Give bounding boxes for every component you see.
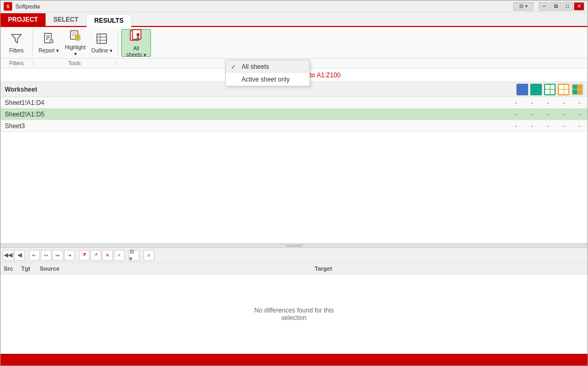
all-sheets-option: All sheets (242, 63, 269, 70)
nav-prev-btn[interactable]: ◀ (14, 250, 25, 261)
all-sheets-button[interactable]: Allsheets ▾ (121, 29, 151, 57)
row-sheet1-val1: - (508, 99, 524, 106)
filters-button[interactable]: Filters (4, 29, 29, 57)
row-sheet2-val2: - (524, 111, 540, 118)
settings-btn[interactable]: ⚙ ▾ (129, 250, 139, 261)
svg-text:▾: ▾ (50, 40, 52, 43)
row-sheet2-val1: - (508, 111, 524, 118)
target-column-header: Target (313, 265, 587, 272)
svg-rect-21 (137, 33, 139, 36)
column-icons (516, 84, 587, 95)
restore-btn[interactable]: ⧉ (550, 2, 561, 11)
filter-btn-2[interactable]: ⧩ (91, 250, 101, 261)
filter-btn-1[interactable]: ⧩ (79, 250, 90, 261)
jump-btn-1[interactable]: ⇤ (29, 250, 40, 261)
svg-rect-22 (137, 37, 139, 39)
dropdown-all-sheets[interactable]: ✓ All sheets (226, 60, 309, 73)
svg-marker-0 (12, 34, 21, 43)
row-sheet3-val1: - (508, 122, 524, 130)
row-sheet3-val2: - (524, 122, 540, 130)
row-sheet3-val3: - (540, 122, 556, 130)
view-filter-btn[interactable]: ≡ (144, 250, 154, 261)
svg-rect-15 (97, 34, 106, 43)
close-btn[interactable]: ✕ (574, 2, 584, 11)
row-sheet1-val3: - (540, 99, 556, 106)
tab-results[interactable]: RESULTS (86, 14, 131, 27)
no-differences-text: No differences found for thisselection (254, 307, 334, 322)
row-sheet3-val4: - (556, 122, 572, 130)
titlebar: S Softpedia ⊞ ▾ ─ ⧉ □ ✕ (1, 1, 587, 12)
dropdown-active-sheet-only[interactable]: Active sheet only (226, 73, 309, 86)
maximize-btn[interactable]: □ (562, 2, 573, 11)
content-area: Ranges are restricted to A1:Z100 Workshe… (1, 68, 587, 354)
grid-view-btn[interactable]: ⊞ ▾ (513, 2, 533, 11)
src-column-header: Src (1, 265, 19, 272)
sheets-dropdown-menu: ✓ All sheets Active sheet only (225, 60, 310, 86)
tab-select[interactable]: SELECT (46, 13, 86, 26)
row-sheet1-val4: - (556, 99, 572, 106)
tab-project[interactable]: PROJECT (1, 13, 46, 26)
row-sheet2-val3: - (540, 111, 556, 118)
titlebar-left: S Softpedia (4, 2, 40, 11)
table-row[interactable]: Sheet2!A1:D5 - - - - - (1, 109, 587, 120)
table-row[interactable]: Sheet3 - - - - - (1, 120, 587, 132)
row-sheet2-name: Sheet2!A1:D5 (1, 111, 508, 118)
row-sheet3-val5: - (572, 122, 587, 130)
table-row[interactable]: Sheet1!A1:D4 - - - - - (1, 97, 587, 109)
highlight-button[interactable]: Highlight ▾ (63, 29, 88, 57)
col-icon-teal[interactable] (530, 84, 542, 95)
outline-button[interactable]: Outline ▾ (89, 29, 114, 57)
check-icon: ✓ (231, 64, 237, 70)
tgt-column-header: Tgt (19, 265, 38, 272)
filters-section-label: Filters (4, 60, 33, 66)
col-icon-dual-grid[interactable] (572, 84, 583, 95)
all-sheets-label: Allsheets ▾ (126, 46, 146, 58)
row-sheet1-val5: - (572, 99, 587, 106)
worksheet-table: Worksheet (1, 82, 587, 244)
jump-btn-2[interactable]: ↤ (41, 250, 51, 261)
col-icon-blue[interactable] (516, 84, 528, 95)
statusbar (1, 354, 587, 365)
filter-btn-3[interactable]: ✕ (102, 250, 113, 261)
outline-label: Outline ▾ (91, 48, 112, 54)
minimize-btn[interactable]: ─ (539, 2, 549, 11)
jump-btn-3[interactable]: ↦ (52, 250, 63, 261)
all-sheets-icon (129, 28, 144, 44)
col-icon-green-grid[interactable] (544, 84, 556, 95)
filter-icon (10, 32, 23, 47)
report-button[interactable]: ▾ Report ▾ (36, 29, 61, 57)
nav-first-btn[interactable]: ◀◀ (3, 250, 13, 261)
source-column-header: Source (38, 265, 313, 272)
toolbar-group-allsheets: Allsheets ▾ ✓ All sheets Active sheet on… (121, 29, 151, 57)
col-icon-yellow-grid[interactable] (558, 84, 569, 95)
empty-state: No differences found for thisselection (1, 274, 587, 354)
report-icon: ▾ (42, 32, 55, 47)
app-title: Softpedia (15, 3, 40, 10)
bottom-panel: ◀◀ ◀ ⇤ ↤ ↦ ⇥ ⧩ ⧩ ✕ ✕ ⚙ ▾ ≡ (1, 248, 587, 354)
filter-btn-4[interactable]: ✕ (114, 250, 124, 261)
row-sheet2-val4: - (556, 111, 572, 118)
row-sheet2-val5: - (572, 111, 587, 118)
toolbar: Filters ▾ Report ▾ (1, 27, 587, 59)
highlight-icon (69, 29, 82, 43)
splitter[interactable] (1, 244, 587, 248)
window-controls: ⊞ ▾ ─ ⧉ □ ✕ (513, 2, 584, 11)
tools-section-label: Tools (36, 60, 117, 66)
outline-icon (95, 32, 108, 47)
toolbar-group-tools: ▾ Report ▾ (36, 29, 118, 57)
active-sheet-option: Active sheet only (242, 76, 290, 83)
report-label: Report ▾ (39, 48, 59, 54)
filters-label: Filters (9, 48, 23, 54)
row-sheet1-val2: - (524, 99, 540, 106)
worksheet-column-header: Worksheet (1, 86, 516, 93)
toolbar-group-filters: Filters (4, 29, 33, 57)
row-sheet1-name: Sheet1!A1:D4 (1, 99, 508, 106)
app-logo: S (4, 2, 12, 11)
highlight-label: Highlight ▾ (64, 44, 86, 57)
row-sheet3-name: Sheet3 (1, 122, 508, 130)
bottom-toolbar: ◀◀ ◀ ⇤ ↤ ↦ ⇥ ⧩ ⧩ ✕ ✕ ⚙ ▾ ≡ (1, 248, 587, 263)
tabbar: PROJECT SELECT RESULTS (1, 12, 587, 27)
main-window: S Softpedia ⊞ ▾ ─ ⧉ □ ✕ PROJECT SELECT R… (0, 0, 588, 366)
bottom-table-header: Src Tgt Source Target (1, 263, 587, 274)
jump-btn-4[interactable]: ⇥ (64, 250, 75, 261)
